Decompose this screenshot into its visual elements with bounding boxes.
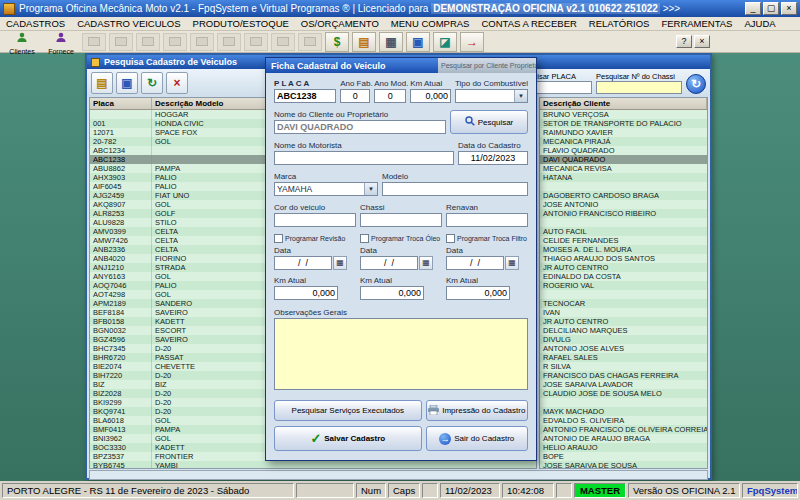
client-row[interactable]: MAYK MACHADO <box>540 407 707 416</box>
ano-mod-input[interactable] <box>374 89 406 103</box>
client-row[interactable]: CELIDE FERNANDES <box>540 236 707 245</box>
client-row[interactable]: DAVI QUADRADO <box>540 155 707 164</box>
data-cadastro-input[interactable] <box>458 151 528 165</box>
client-row[interactable] <box>540 398 707 407</box>
client-row[interactable]: THIAGO ARAUJO DOS SANTOS <box>540 254 707 263</box>
maximize-button[interactable]: ▢ <box>763 2 779 15</box>
client-row[interactable]: JOSE ANTONIO <box>540 200 707 209</box>
close-button[interactable]: × <box>781 2 797 15</box>
close-icon[interactable]: × <box>166 72 188 94</box>
client-row[interactable]: ANTONIO JOSE ALVES <box>540 344 707 353</box>
menu-item[interactable]: OS/ORÇAMENTO <box>295 17 385 30</box>
client-row[interactable]: JOSE SARAIVA DE SOUSA <box>540 461 707 468</box>
chart-icon[interactable]: ◪ <box>433 32 457 52</box>
client-row[interactable]: DAGOBERTO CARDOSO BRAGA <box>540 191 707 200</box>
client-row[interactable]: MECANICA REVISA <box>540 164 707 173</box>
print-icon[interactable]: ▣ <box>116 72 138 94</box>
col-placa[interactable]: Placa <box>90 98 152 109</box>
oleo-data-input[interactable] <box>360 256 418 270</box>
troca-oleo-checkbox[interactable] <box>360 234 369 243</box>
receipt-icon[interactable]: ▤ <box>352 32 376 52</box>
menu-item[interactable]: AJUDA <box>738 17 781 30</box>
revisao-checkbox[interactable] <box>274 234 283 243</box>
oleo-km-input[interactable] <box>360 286 424 300</box>
client-row[interactable]: DELCILIANO MARQUES <box>540 326 707 335</box>
ano-fab-input[interactable] <box>340 89 370 103</box>
menu-item[interactable]: MENU COMPRAS <box>385 17 476 30</box>
printer-icon[interactable]: ▣ <box>406 32 430 52</box>
sair-button[interactable]: → Sair do Cadastro <box>426 426 528 451</box>
menu-item[interactable]: PRODUTO/ESTOQUE <box>187 17 295 30</box>
client-row[interactable]: CLAUDIO JOSE DE SOUSA MELO <box>540 389 707 398</box>
revisao-data-input[interactable] <box>274 256 332 270</box>
client-row[interactable]: EDINALDO DA COSTA <box>540 272 707 281</box>
client-row[interactable]: HELIO ARAUJO <box>540 443 707 452</box>
calendar-icon[interactable]: ▦ <box>333 256 347 270</box>
menu-item[interactable]: FERRAMENTAS <box>655 17 738 30</box>
revisao-km-input[interactable] <box>274 286 338 300</box>
obs-textarea[interactable] <box>274 318 528 390</box>
troca-filtro-checkbox[interactable] <box>446 234 455 243</box>
salvar-button[interactable]: ✓ Salvar Cadastro <box>274 426 422 451</box>
search-go-button[interactable]: ↻ <box>686 74 706 94</box>
client-row[interactable]: HATANA <box>540 173 707 182</box>
client-row[interactable]: FRANCISCO DAS CHAGAS FERREIRA <box>540 371 707 380</box>
pesquisar-cliente-button[interactable]: Pesquisar <box>450 110 528 134</box>
motorista-input[interactable] <box>274 151 454 165</box>
client-row[interactable] <box>540 290 707 299</box>
client-row[interactable]: EDVALDO S. OLIVEIRA <box>540 416 707 425</box>
filtro-km-input[interactable] <box>446 286 510 300</box>
calculator-icon[interactable]: ▦ <box>379 32 403 52</box>
client-row[interactable]: AUTO FACIL <box>540 227 707 236</box>
client-row[interactable]: ANTONIO FRANCISCO DE OLIVEIRA CORREIA <box>540 425 707 434</box>
client-row[interactable] <box>540 182 707 191</box>
client-row[interactable]: R SILVA <box>540 362 707 371</box>
client-row[interactable]: FLAVIO QUADRADO <box>540 146 707 155</box>
client-row[interactable]: JR AUTO CENTRO <box>540 263 707 272</box>
client-row[interactable]: BRUNO VERÇOSA <box>540 110 707 119</box>
renavan-input[interactable] <box>446 213 528 227</box>
menu-item[interactable]: CONTAS A RECEBER <box>475 17 582 30</box>
calendar-icon[interactable]: ▦ <box>505 256 519 270</box>
client-row[interactable]: MOISES A. DE L. MOURA <box>540 245 707 254</box>
combustivel-select[interactable]: ▼ <box>455 89 528 103</box>
km-atual-input[interactable] <box>410 89 451 103</box>
exit-icon[interactable]: → <box>460 32 484 52</box>
client-row[interactable]: BOPE <box>540 452 707 461</box>
minimize-button[interactable]: _ <box>745 2 761 15</box>
client-row[interactable]: MECANICA PIRAJÁ <box>540 137 707 146</box>
chevron-down-icon[interactable]: ▼ <box>514 90 527 102</box>
marca-select[interactable]: YAMAHA ▼ <box>274 182 378 196</box>
client-row[interactable]: DIVULG <box>540 335 707 344</box>
col-cliente[interactable]: Descrição Cliente <box>540 98 707 109</box>
filtro-data-input[interactable] <box>446 256 504 270</box>
vehicle-row[interactable]: BYB6745YAMBI <box>90 461 536 468</box>
cliente-input[interactable] <box>274 120 446 134</box>
impressao-button[interactable]: Impressão do Cadastro <box>426 400 528 421</box>
chassi-input[interactable] <box>360 213 442 227</box>
chevron-down-icon[interactable]: ▼ <box>364 183 377 195</box>
client-row[interactable]: ANTONIO DE ARAUJO BRAGA <box>540 434 707 443</box>
record-icon[interactable]: ▤ <box>91 72 113 94</box>
client-row[interactable]: IVAN <box>540 308 707 317</box>
modelo-input[interactable] <box>382 182 528 196</box>
suppliers-button[interactable]: Fornece <box>43 31 79 52</box>
client-row[interactable]: JOSE SARAIVA LAVADOR <box>540 380 707 389</box>
menu-item[interactable]: CADASTRO VEICULOS <box>71 17 186 30</box>
pesquisar-servicos-button[interactable]: Pesquisar Serviços Executados <box>274 400 422 421</box>
client-row[interactable] <box>540 218 707 227</box>
search-chassi-input[interactable] <box>596 81 682 94</box>
money-icon[interactable]: $ <box>325 32 349 52</box>
client-row[interactable]: ROGERIO VAL <box>540 281 707 290</box>
client-row[interactable]: ANTONIO FRANCISCO RIBEIRO <box>540 209 707 218</box>
child-close-button[interactable]: × <box>694 35 710 48</box>
cor-input[interactable] <box>274 213 356 227</box>
refresh-icon[interactable]: ↻ <box>141 72 163 94</box>
menu-item[interactable]: RELATÓRIOS <box>583 17 656 30</box>
clients-button[interactable]: Clientes <box>4 31 40 52</box>
client-row[interactable]: JR AUTO CENTRO <box>540 317 707 326</box>
child-help-button[interactable]: ? <box>676 35 692 48</box>
client-row[interactable]: SETOR DE TRANSPORTE DO PALACIO <box>540 119 707 128</box>
placa-input[interactable] <box>274 89 336 103</box>
client-row[interactable]: RAIMUNDO XAVIER <box>540 128 707 137</box>
